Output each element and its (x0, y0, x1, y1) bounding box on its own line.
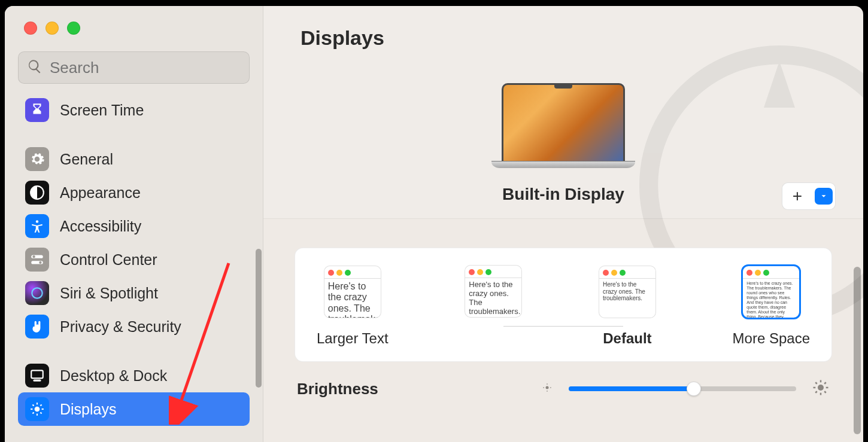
sidebar-item-label: Control Center (60, 251, 157, 269)
svg-line-31 (824, 391, 826, 393)
display-thumbnail[interactable] (491, 83, 635, 168)
gear-icon (25, 147, 49, 171)
sidebar-item-label: Displays (60, 401, 116, 418)
svg-line-30 (815, 382, 817, 384)
sidebar-item-privacy[interactable]: Privacy & Security (18, 310, 250, 343)
sidebar-item-siri[interactable]: Siri & Spotlight (18, 276, 250, 310)
svg-line-15 (40, 412, 41, 413)
chevron-down-icon (820, 192, 828, 200)
sidebar-item-displays[interactable]: Displays (18, 392, 250, 426)
search-input[interactable] (50, 59, 241, 77)
sidebar-item-label: Accessibility (60, 218, 141, 235)
svg-point-9 (35, 407, 40, 412)
resolution-preview: Here's to the crazy ones. The troublemak… (465, 265, 522, 318)
switches-icon (25, 248, 49, 272)
svg-point-1 (36, 220, 38, 222)
resolution-option-more-space[interactable]: Here's to the crazy ones. The troublemak… (733, 266, 810, 347)
svg-rect-7 (31, 370, 43, 378)
svg-point-5 (39, 261, 41, 264)
resolution-connector (503, 326, 623, 327)
dock-icon (25, 364, 49, 388)
resolution-label: Larger Text (317, 330, 389, 347)
svg-line-32 (815, 391, 817, 393)
window-controls (5, 6, 263, 35)
add-display-controls: + (782, 182, 836, 210)
svg-point-6 (32, 288, 42, 298)
brightness-low-icon (541, 382, 553, 396)
sidebar-item-label: Appearance (60, 184, 141, 202)
brightness-high-icon (812, 379, 830, 399)
main-panel: Displays Built-in Display + Here's to th (263, 6, 863, 442)
resolution-preview-selected: Here's to the crazy ones. The troublemak… (742, 266, 800, 318)
brightness-slider[interactable] (569, 386, 796, 391)
resolution-card: Here's to the crazy ones. The troublemak… (295, 248, 832, 362)
svg-point-4 (32, 255, 35, 258)
settings-lower: Here's to the crazy ones. The troublemak… (263, 218, 863, 442)
sidebar-nav: Screen Time General Appearance Acces (5, 91, 263, 426)
sidebar-item-desktop-dock[interactable]: Desktop & Dock (18, 359, 250, 392)
settings-window: Screen Time General Appearance Acces (5, 6, 863, 442)
svg-point-20 (546, 386, 549, 389)
add-display-button[interactable]: + (785, 185, 810, 207)
sidebar-item-screen-time[interactable]: Screen Time (18, 93, 250, 127)
search-icon (27, 59, 43, 77)
hourglass-icon (25, 98, 49, 122)
sidebar-item-accessibility[interactable]: Accessibility (18, 209, 250, 243)
resolution-option-larger[interactable]: Here's to the crazy ones. The troublemak… (317, 266, 389, 347)
main-scrollbar[interactable] (854, 267, 861, 434)
hand-icon (25, 315, 49, 339)
resolution-option-2[interactable]: Here's to the crazy ones. The troublemak… (465, 265, 522, 347)
sidebar: Screen Time General Appearance Acces (5, 6, 263, 442)
sun-icon (25, 397, 49, 421)
resolution-label: Default (603, 330, 651, 347)
display-name: Built-in Display (502, 185, 624, 204)
fullscreen-button[interactable] (67, 22, 80, 35)
brightness-row: Brightness (295, 379, 832, 399)
brightness-slider-thumb[interactable] (687, 382, 701, 396)
svg-line-14 (32, 404, 34, 406)
sidebar-item-label: Siri & Spotlight (60, 285, 158, 302)
display-hero: Built-in Display + (263, 50, 863, 218)
svg-line-33 (824, 382, 826, 384)
sidebar-item-control-center[interactable]: Control Center (18, 243, 250, 276)
sidebar-item-label: Desktop & Dock (60, 367, 167, 385)
add-display-menu[interactable] (815, 188, 833, 205)
brightness-label: Brightness (297, 380, 378, 398)
close-button[interactable] (24, 22, 37, 35)
sidebar-scrollbar[interactable] (256, 249, 262, 388)
page-title: Displays (263, 6, 863, 50)
search-field[interactable] (18, 51, 250, 84)
svg-point-25 (818, 385, 824, 391)
accessibility-icon (25, 214, 49, 238)
sidebar-item-appearance[interactable]: Appearance (18, 176, 250, 209)
resolution-preview: Here's to the crazy ones. The troublemak… (599, 266, 656, 318)
contrast-icon (25, 181, 49, 205)
sidebar-item-label: Privacy & Security (60, 318, 181, 336)
resolution-label: More Space (733, 330, 810, 347)
svg-rect-8 (34, 380, 41, 382)
sidebar-item-label: General (60, 151, 113, 168)
minimize-button[interactable] (45, 22, 59, 35)
svg-line-16 (32, 412, 34, 413)
svg-line-17 (40, 404, 41, 406)
sidebar-item-label: Screen Time (60, 102, 144, 119)
resolution-option-default[interactable]: Here's to the crazy ones. The troublemak… (599, 266, 656, 347)
resolution-preview: Here's to the crazy ones. The troublemak… (324, 266, 381, 318)
siri-icon (25, 281, 49, 305)
sidebar-item-general[interactable]: General (18, 142, 250, 176)
